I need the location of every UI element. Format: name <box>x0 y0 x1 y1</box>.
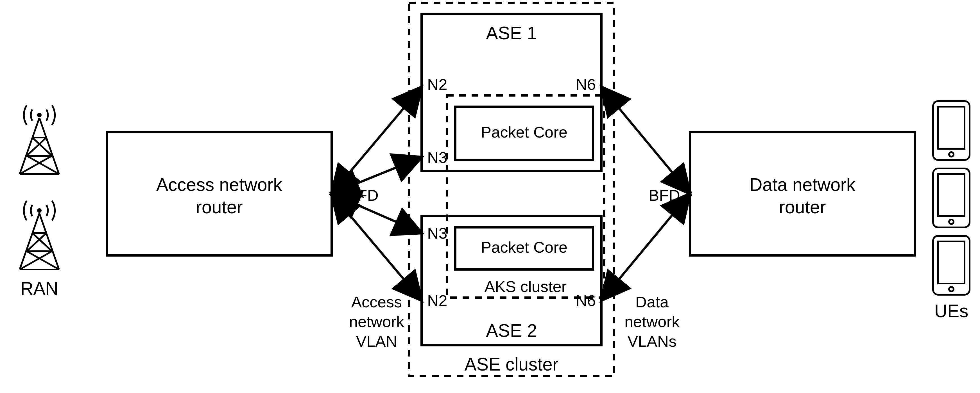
ues-label: UEs <box>934 301 969 321</box>
svg-point-4 <box>949 152 954 157</box>
svg-point-1 <box>37 208 41 213</box>
data-router-line2: router <box>779 197 826 217</box>
ran-label: RAN <box>20 279 58 299</box>
ase1-title: ASE 1 <box>486 23 537 43</box>
ase2-n2: N2 <box>427 292 447 309</box>
edge-access-ase2-n2 <box>332 194 422 300</box>
access-router-line2: router <box>196 197 243 217</box>
ase1-packetcore: Packet Core <box>481 123 568 141</box>
svg-rect-6 <box>938 174 964 216</box>
ase-cluster-box <box>409 3 614 376</box>
access-router-line1: Access network <box>156 174 282 195</box>
svg-point-7 <box>949 220 954 224</box>
ase2-title: ASE 2 <box>486 320 537 341</box>
edge-data-ase1-n6 <box>601 87 690 194</box>
svg-rect-3 <box>938 107 964 149</box>
access-vlan-l2: network <box>349 313 404 330</box>
access-vlan-l3: VLAN <box>356 332 397 350</box>
ase1-n3: N3 <box>427 149 447 166</box>
svg-point-0 <box>37 113 41 117</box>
ase2-n6: N6 <box>576 292 596 309</box>
svg-point-10 <box>949 287 954 292</box>
svg-rect-9 <box>938 241 964 284</box>
bfd-left: BFD <box>347 186 379 204</box>
ase2-n3: N3 <box>427 224 447 242</box>
aks-cluster-label: AKS cluster <box>485 277 567 295</box>
ase1-n6: N6 <box>576 76 596 93</box>
bfd-right: BFD <box>649 186 680 204</box>
ase1-n2: N2 <box>427 76 447 93</box>
ues-icon <box>933 101 970 295</box>
data-router-line1: Data network <box>749 174 856 195</box>
access-vlan-l1: Access <box>351 293 402 311</box>
ase-cluster-label: ASE cluster <box>465 354 558 374</box>
ase2-packetcore: Packet Core <box>481 238 568 256</box>
data-vlan-l2: network <box>624 313 680 330</box>
ran-icon <box>20 105 59 269</box>
data-vlan-l3: VLANs <box>628 332 676 350</box>
data-vlan-l1: Data <box>635 293 669 311</box>
